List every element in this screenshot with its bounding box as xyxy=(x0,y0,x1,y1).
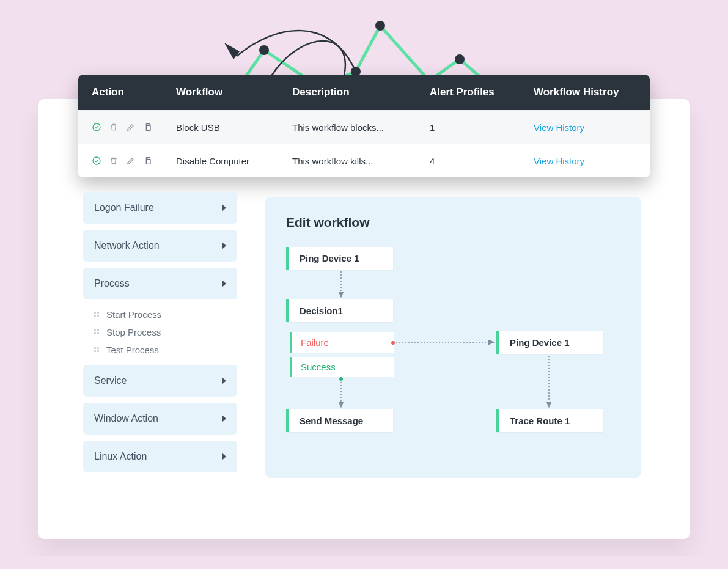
check-icon[interactable] xyxy=(92,122,101,132)
svg-point-3 xyxy=(375,21,385,31)
accordion-network-action[interactable]: Network Action xyxy=(83,230,237,262)
chevron-right-icon xyxy=(222,453,226,460)
drag-grip-icon xyxy=(94,312,100,318)
cell-description: This workflow blocks... xyxy=(292,122,430,133)
node-trace-route[interactable]: Trace Route 1 xyxy=(496,409,603,432)
accordion-linux-action[interactable]: Linux Action xyxy=(83,441,237,472)
table-row: Disable Computer This workflow kills... … xyxy=(78,144,650,177)
header-workflow: Workflow xyxy=(176,86,292,98)
svg-point-5 xyxy=(455,54,465,64)
node-ping-device-1[interactable]: Ping Device 1 xyxy=(286,247,393,270)
node-label: Ping Device 1 xyxy=(510,337,570,348)
connector-dot-failure xyxy=(391,341,395,345)
header-history: Workflow Histroy xyxy=(534,86,644,98)
chevron-right-icon xyxy=(222,204,226,211)
svg-rect-10 xyxy=(146,159,150,164)
accordion-label: Logon Failure xyxy=(94,202,154,213)
node-label: Send Message xyxy=(300,416,363,426)
edit-icon[interactable] xyxy=(126,156,136,166)
accordion-label: Process xyxy=(94,278,130,289)
table-header-row: Action Workflow Description Alert Profil… xyxy=(78,75,650,110)
node-ping-device-2[interactable]: Ping Device 1 xyxy=(496,331,603,354)
accordion-logon-failure[interactable]: Logon Failure xyxy=(83,192,237,224)
drag-grip-icon xyxy=(94,347,100,353)
copy-icon[interactable] xyxy=(143,122,153,132)
cell-alert: 1 xyxy=(430,122,534,133)
connector-dot-success xyxy=(339,377,343,381)
row-actions xyxy=(78,122,176,132)
node-label: Ping Device 1 xyxy=(300,253,359,263)
branch-label: Failure xyxy=(301,337,329,348)
svg-marker-6 xyxy=(224,43,240,59)
trash-icon[interactable] xyxy=(109,156,119,166)
header-alert: Alert Profiles xyxy=(430,86,534,98)
branch-success[interactable]: Success xyxy=(290,357,394,377)
drag-grip-icon xyxy=(94,329,100,336)
cell-description: This workflow kills... xyxy=(292,156,430,166)
accordion-service[interactable]: Service xyxy=(83,365,237,397)
check-icon[interactable] xyxy=(92,156,101,166)
accordion-label: Window Action xyxy=(94,413,158,424)
view-history-link[interactable]: View History xyxy=(534,122,644,133)
node-send-message[interactable]: Send Message xyxy=(286,409,393,432)
node-label: Trace Route 1 xyxy=(510,416,570,426)
chevron-right-icon xyxy=(222,415,226,422)
editor-title: Edit workflow xyxy=(286,215,620,230)
cell-workflow: Block USB xyxy=(176,122,292,133)
header-description: Description xyxy=(292,86,430,98)
workflow-canvas[interactable]: Ping Device 1 Decision1 Failure Success … xyxy=(286,247,620,467)
node-decision[interactable]: Decision1 xyxy=(286,299,393,322)
workflow-editor: Edit workflow Ping Device 1 xyxy=(265,197,641,478)
svg-rect-8 xyxy=(146,125,150,130)
chevron-right-icon xyxy=(222,242,226,249)
sub-item-start-process[interactable]: Start Process xyxy=(94,309,237,320)
workflow-table: Action Workflow Description Alert Profil… xyxy=(78,75,650,177)
sub-item-test-process[interactable]: Test Process xyxy=(94,345,237,355)
chevron-right-icon xyxy=(222,377,226,384)
trash-icon[interactable] xyxy=(109,122,119,132)
accordion-window-action[interactable]: Window Action xyxy=(83,403,237,435)
view-history-link[interactable]: View History xyxy=(534,156,644,166)
copy-icon[interactable] xyxy=(143,156,153,166)
sub-item-label: Start Process xyxy=(106,309,161,320)
cell-workflow: Disable Computer xyxy=(176,156,292,166)
table-row: Block USB This workflow blocks... 1 View… xyxy=(78,110,650,144)
sub-item-label: Test Process xyxy=(106,345,159,355)
sub-item-stop-process[interactable]: Stop Process xyxy=(94,327,237,337)
accordion-label: Linux Action xyxy=(94,451,147,462)
svg-point-0 xyxy=(259,45,269,55)
accordion-label: Network Action xyxy=(94,240,160,251)
header-action: Action xyxy=(78,86,176,98)
edit-icon[interactable] xyxy=(126,122,136,132)
accordion-process[interactable]: Process xyxy=(83,268,237,299)
action-sidebar: Logon Failure Network Action Process Sta… xyxy=(83,192,237,472)
process-sublist: Start Process Stop Process Test Process xyxy=(83,306,237,359)
node-label: Decision1 xyxy=(300,306,343,316)
cell-alert: 4 xyxy=(430,156,534,166)
chevron-right-icon xyxy=(222,280,226,287)
branch-label: Success xyxy=(301,362,336,372)
branch-failure[interactable]: Failure xyxy=(290,332,394,353)
accordion-label: Service xyxy=(94,375,127,386)
sub-item-label: Stop Process xyxy=(106,327,161,337)
row-actions xyxy=(78,156,176,166)
